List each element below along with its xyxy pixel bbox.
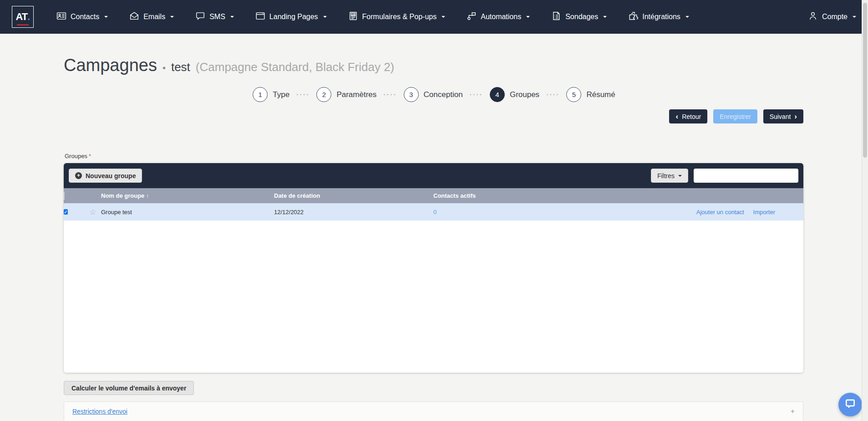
send-restrictions-panel: Restrictions d'envoi + (64, 401, 803, 421)
step-number: 1 (253, 87, 268, 102)
save-button[interactable]: Enregistrer (713, 109, 757, 123)
nav-item-sms[interactable]: SMS (195, 11, 234, 23)
nav-item-emails[interactable]: Emails (129, 11, 174, 23)
form-window-icon (348, 11, 358, 23)
campaign-name: test (171, 60, 190, 74)
row-checkbox-cell[interactable]: ✓ (64, 208, 85, 216)
nav-item-automations[interactable]: Automations (467, 11, 530, 23)
step-number: 4 (490, 87, 505, 102)
logo-red-bar (17, 24, 29, 26)
groups-panel: + Nouveau groupe Filtres Nom de groupe ↑… (64, 163, 803, 373)
groups-toolbar: + Nouveau groupe Filtres (64, 163, 803, 188)
step-label: Conception (424, 90, 463, 99)
wizard-step-groups-active[interactable]: 4 Groupes (490, 87, 539, 102)
chevron-down-icon (442, 16, 445, 18)
chevron-down-icon (603, 16, 607, 18)
nav-item-label: Landing Pages (269, 13, 318, 21)
wizard-step-parameters[interactable]: 2 Paramètres (316, 87, 376, 102)
app-logo[interactable]: AT. (12, 6, 34, 28)
step-connector-dots: ···· (383, 91, 396, 99)
step-connector-dots: ···· (470, 91, 483, 99)
row-actions-cell: Ajouter un contact Importer (588, 209, 803, 216)
group-name-cell[interactable]: Groupe test (101, 209, 274, 216)
chat-bubble-icon (844, 398, 856, 411)
add-contact-link[interactable]: Ajouter un contact (696, 209, 744, 216)
active-contacts-cell[interactable]: 0 (433, 209, 588, 216)
next-button-label: Suivant (770, 113, 791, 120)
filters-dropdown-button[interactable]: Filtres (651, 169, 688, 183)
import-link[interactable]: Importer (753, 209, 775, 216)
chevron-down-icon (104, 16, 108, 18)
calculate-volume-button[interactable]: Calculer le volume d'emails à envoyer (64, 381, 194, 395)
page-title: Campagnes (64, 56, 157, 75)
step-label: Résumé (586, 90, 615, 99)
column-header-active-contacts[interactable]: Contacts actifs (433, 192, 588, 199)
chat-widget-button[interactable] (838, 393, 862, 416)
nav-item-label: Formulaires & Pop-ups (362, 13, 437, 21)
flowchart-icon (467, 11, 477, 23)
group-table-row[interactable]: ✓ ☆ Groupe test 12/12/2022 0 Ajouter un … (64, 203, 803, 221)
nav-item-label: Compte (822, 13, 848, 21)
column-header-label: Date de création (274, 192, 320, 199)
next-button[interactable]: Suivant › (763, 109, 803, 123)
favorite-star-icon[interactable]: ☆ (85, 207, 101, 217)
envelope-icon (129, 11, 139, 23)
nav-item-label: Sondages (565, 13, 598, 21)
chevron-right-icon: › (794, 113, 797, 120)
plus-circle-icon: + (75, 172, 82, 179)
step-number: 2 (316, 87, 331, 102)
title-separator: • (162, 63, 166, 73)
nav-item-surveys[interactable]: Sondages (551, 11, 607, 23)
nav-item-label: Intégrations (642, 13, 680, 21)
group-search-input[interactable] (694, 169, 798, 183)
puzzle-icon (628, 11, 638, 23)
table-empty-area (64, 221, 803, 373)
groups-field-label: Groupes* (65, 153, 868, 159)
column-header-name[interactable]: Nom de groupe ↑ (101, 192, 274, 199)
nav-item-contacts[interactable]: Contacts (56, 11, 108, 23)
step-wizard: 1 Type ···· 2 Paramètres ···· 3 Concepti… (0, 87, 868, 102)
chevron-down-icon (678, 175, 682, 177)
page-scrollbar[interactable] (862, 0, 868, 421)
column-header-created[interactable]: Date de création (274, 192, 433, 199)
campaign-type-note: (Campagne Standard, Black Friday 2) (196, 60, 394, 74)
filters-button-label: Filtres (657, 172, 675, 180)
chevron-down-icon (526, 16, 530, 18)
nav-item-label: Emails (143, 13, 165, 21)
chevron-left-icon: ‹ (675, 113, 678, 120)
top-navigation-bar: AT. Contacts Emails SMS Landing Pages Fo… (0, 0, 868, 34)
chevron-down-icon (685, 16, 689, 18)
scrollbar-thumb[interactable] (863, 3, 867, 158)
step-connector-dots: ···· (296, 91, 310, 99)
nav-item-integrations[interactable]: Intégrations (628, 11, 689, 23)
step-number: 3 (404, 87, 419, 102)
column-header-label: Contacts actifs (433, 192, 476, 199)
new-group-button[interactable]: + Nouveau groupe (69, 169, 142, 183)
select-all-cell[interactable] (64, 192, 85, 199)
browser-window-icon (255, 11, 265, 23)
step-label: Paramètres (336, 90, 376, 99)
required-asterisk: * (89, 153, 91, 159)
nav-item-label: Contacts (71, 13, 99, 21)
nav-item-account[interactable]: Compte (808, 11, 856, 23)
active-contacts-link[interactable]: 0 (433, 209, 437, 216)
user-icon (808, 11, 818, 23)
wizard-step-type[interactable]: 1 Type (253, 87, 289, 102)
nav-item-label: Automations (481, 13, 521, 21)
row-checkbox-checked[interactable]: ✓ (64, 209, 68, 215)
chevron-down-icon (230, 16, 234, 18)
select-all-checkbox[interactable] (64, 192, 65, 200)
nav-item-landing-pages[interactable]: Landing Pages (255, 11, 327, 23)
send-restrictions-link[interactable]: Restrictions d'envoi (72, 408, 127, 415)
column-header-label: Nom de groupe (101, 192, 144, 199)
expand-plus-icon[interactable]: + (791, 408, 795, 415)
wizard-step-design[interactable]: 3 Conception (404, 87, 463, 102)
step-label: Groupes (510, 90, 539, 99)
wizard-step-summary[interactable]: 5 Résumé (566, 87, 615, 102)
step-number: 5 (566, 87, 581, 102)
step-label: Type (273, 90, 289, 99)
back-button[interactable]: ‹ Retour (669, 109, 707, 123)
chevron-down-icon (323, 16, 327, 18)
survey-icon (551, 11, 561, 23)
nav-item-forms-popups[interactable]: Formulaires & Pop-ups (348, 11, 446, 23)
